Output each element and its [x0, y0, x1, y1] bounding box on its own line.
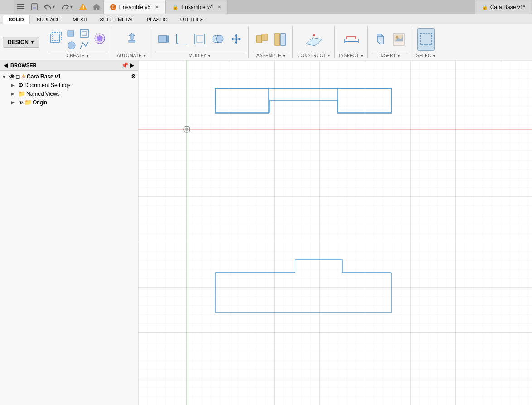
doc-settings-gear-icon: ⚙	[18, 82, 24, 88]
construct-buttons	[303, 28, 325, 51]
svg-marker-33	[306, 38, 322, 46]
tree-item-root[interactable]: ▼ 👁 ◻ ⚠ Cara Base v1 ⚙	[0, 73, 138, 81]
browser-collapse-icon[interactable]: ◀	[4, 62, 8, 68]
tab-ensamble-v5[interactable]: 🅔 Ensamble v5 ✕	[103, 0, 165, 14]
modify-press-pull-btn[interactable]	[155, 28, 172, 51]
tab-utilities[interactable]: UTILITIES	[174, 15, 209, 24]
tree-item-named-views[interactable]: ▶ 📁 Named Views	[0, 89, 138, 98]
create-dropdown-arrow: ▼	[86, 54, 89, 58]
toolbar-area: SOLID SURFACE MESH SHEET METAL PLASTIC U…	[0, 14, 532, 60]
toolbar-tab-row: SOLID SURFACE MESH SHEET METAL PLASTIC U…	[0, 14, 532, 24]
modify-move-btn[interactable]	[227, 28, 245, 51]
svg-rect-30	[275, 34, 280, 45]
tab-right-area: 🔒 Cara Base v1*	[228, 0, 532, 14]
tab-surface[interactable]: SURFACE	[31, 15, 66, 24]
browser-expand-icon[interactable]: ▶	[130, 62, 134, 68]
assemble-new-component-btn[interactable]	[253, 28, 271, 51]
svg-rect-46	[138, 60, 532, 405]
inspect-measure-btn[interactable]	[341, 28, 363, 51]
tab-plastic[interactable]: PLASTIC	[141, 15, 174, 24]
create-sketch-btn[interactable]	[48, 28, 65, 51]
doc-settings-label: Document Settings	[24, 82, 136, 88]
tab-ensamble-v5-icon: 🅔	[110, 4, 116, 11]
assemble-joint-btn[interactable]	[271, 28, 289, 51]
select-group-inner: SELEC ▼	[416, 28, 436, 58]
home-icon[interactable]	[90, 0, 103, 14]
svg-rect-29	[262, 34, 267, 40]
browser-pin-icon[interactable]: 📌	[121, 62, 128, 68]
svg-text:!: !	[82, 5, 84, 10]
root-eye-icon: 👁	[9, 73, 15, 80]
tab-ensamble-v4[interactable]: 🔒 Ensamble v4 ✕	[165, 0, 227, 14]
create-group-inner: CREATE ▼	[48, 28, 108, 58]
create-path-btn[interactable]	[78, 40, 90, 51]
tab-ensamble-v4-close[interactable]: ✕	[218, 5, 221, 10]
svg-marker-23	[167, 36, 169, 42]
inspect-group-inner: INSPECT ▼	[339, 28, 364, 58]
tab-mesh[interactable]: MESH	[67, 15, 93, 24]
create-group: CREATE ▼	[44, 26, 112, 58]
tree-item-doc-settings[interactable]: ▶ ⚙ Document Settings	[0, 81, 138, 89]
select-label: SELEC ▼	[416, 52, 436, 58]
modify-fillet-btn[interactable]	[173, 28, 190, 51]
create-solid-btn2[interactable]	[66, 40, 77, 51]
insert-derive-btn[interactable]	[372, 28, 389, 51]
origin-arrow-icon: ▶	[11, 100, 17, 105]
undo-icon[interactable]: ▼	[41, 0, 58, 14]
svg-point-27	[216, 35, 223, 43]
warning-icon[interactable]: !	[76, 0, 90, 14]
modify-group: MODIFY ▼	[151, 26, 249, 58]
create-special-btn[interactable]	[91, 28, 108, 51]
tree-item-origin[interactable]: ▶ 👁 📁 Origin	[0, 98, 138, 107]
tab-sheet-metal[interactable]: SHEET METAL	[94, 15, 140, 24]
tab-ensamble-v5-close[interactable]: ✕	[155, 5, 159, 10]
svg-rect-4	[33, 7, 36, 9]
cara-base-label: Cara Base v1*	[490, 4, 525, 10]
create-sketch-icon	[49, 31, 63, 48]
modify-dropdown-arrow: ▼	[208, 54, 211, 58]
create-frame-btn[interactable]	[78, 28, 90, 39]
inspect-group: INSPECT ▼	[336, 26, 368, 58]
svg-rect-24	[195, 34, 205, 44]
svg-rect-16	[80, 30, 88, 37]
root-arrow-icon: ▼	[2, 74, 8, 79]
tab-solid[interactable]: SOLID	[3, 15, 30, 24]
design-dropdown[interactable]: DESIGN ▼	[3, 37, 39, 48]
root-settings-icon[interactable]: ⚙	[131, 73, 136, 80]
assemble-buttons	[253, 28, 289, 51]
automate-buttons	[123, 28, 140, 51]
modify-group-inner: MODIFY ▼	[155, 28, 245, 58]
canvas-area[interactable]	[138, 60, 532, 405]
automate-label: AUTOMATE ▼	[117, 52, 146, 58]
save-icon[interactable]	[28, 0, 41, 14]
insert-canvas-btn[interactable]	[390, 28, 407, 51]
create-solid-btn1[interactable]	[66, 28, 77, 39]
inspect-buttons	[341, 28, 363, 51]
inspect-dropdown-arrow: ▼	[360, 54, 364, 58]
tab-bar: ▼ ▼ ! 🅔 Ensamble v5 ✕ 🔒 Ensamble v4 ✕ 🔒 …	[0, 0, 532, 14]
tab-cara-base[interactable]: 🔒 Cara Base v1*	[475, 0, 532, 14]
automate-icon	[125, 31, 139, 48]
svg-point-50	[185, 128, 188, 131]
select-group: SELEC ▼	[412, 26, 440, 58]
svg-rect-17	[82, 32, 87, 35]
select-buttons	[417, 28, 435, 51]
select-btn[interactable]	[417, 28, 435, 51]
assemble-group: ASSEMBLE ▼	[250, 26, 293, 58]
construct-dropdown-arrow: ▼	[327, 54, 331, 58]
construct-plane-btn[interactable]	[303, 28, 325, 51]
modify-shell-btn[interactable]	[191, 28, 208, 51]
redo-icon[interactable]: ▼	[58, 0, 76, 14]
construct-group-inner: CONSTRUCT ▼	[297, 28, 330, 58]
named-views-arrow-icon: ▶	[11, 91, 17, 96]
toolbar-main-row: DESIGN ▼	[0, 24, 532, 60]
svg-point-15	[68, 42, 75, 49]
modify-combine-btn[interactable]	[209, 28, 227, 51]
doc-settings-arrow-icon: ▶	[11, 83, 17, 88]
svg-rect-44	[420, 33, 432, 45]
create-more-solids	[78, 28, 90, 51]
app-menu-icon[interactable]	[14, 0, 28, 14]
automate-dropdown-arrow: ▼	[143, 54, 146, 58]
automate-btn[interactable]	[123, 28, 140, 51]
automate-group-inner: AUTOMATE ▼	[117, 28, 146, 58]
